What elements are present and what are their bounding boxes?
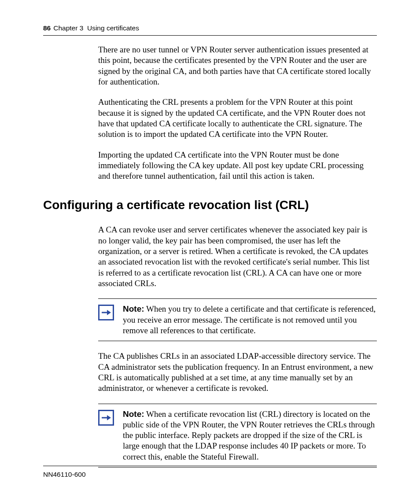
note-box: Note: When a certificate revocation list… — [98, 404, 377, 468]
paragraph: Importing the updated CA certificate int… — [98, 150, 377, 182]
chapter-label: Chapter 3 — [53, 24, 83, 32]
arrow-right-icon — [98, 410, 114, 426]
svg-marker-1 — [107, 310, 111, 315]
page-footer: NN46110-600 — [43, 466, 377, 478]
paragraph: There are no user tunnel or VPN Router s… — [98, 44, 377, 87]
page-header: 86 Chapter 3 Using certificates — [43, 24, 377, 36]
arrow-right-icon — [98, 305, 114, 320]
section-block: A CA can revoke user and server certific… — [98, 224, 377, 289]
document-number: NN46110-600 — [43, 471, 86, 478]
note-label: Note: — [123, 304, 144, 313]
note-text: Note: When you try to delete a certifica… — [123, 304, 377, 336]
note-label: Note: — [123, 409, 144, 419]
chapter-title: Using certificates — [87, 24, 139, 32]
section-heading: Configuring a certificate revocation lis… — [43, 198, 377, 212]
paragraph: The CA publishes CRLs in an associated L… — [98, 351, 377, 394]
note-text: Note: When a certificate revocation list… — [123, 409, 377, 463]
section-block-2: The CA publishes CRLs in an associated L… — [98, 351, 377, 394]
paragraph: A CA can revoke user and server certific… — [98, 224, 377, 289]
page-content: There are no user tunnel or VPN Router s… — [43, 36, 377, 467]
paragraph: Authenticating the CRL presents a proble… — [98, 97, 377, 140]
header-spacer — [83, 24, 87, 32]
note-box: Note: When you try to delete a certifica… — [98, 298, 377, 341]
svg-marker-3 — [107, 415, 111, 420]
page-number: 86 — [43, 24, 51, 32]
intro-block: There are no user tunnel or VPN Router s… — [98, 44, 377, 181]
note-body: When a certificate revocation list (CRL)… — [123, 409, 375, 461]
page-container: 86 Chapter 3 Using certificates There ar… — [0, 0, 420, 504]
note-body: When you try to delete a certificate and… — [123, 304, 376, 335]
